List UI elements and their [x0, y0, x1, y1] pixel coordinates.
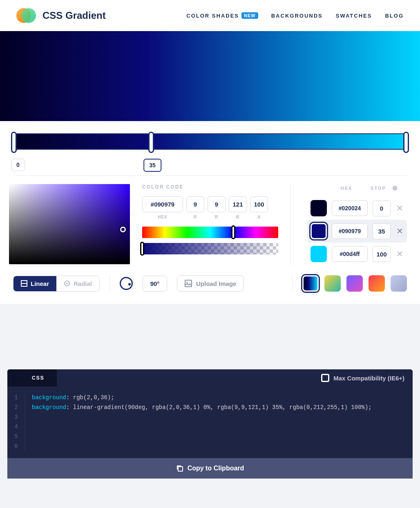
color-picker[interactable]: [9, 184, 130, 264]
logo-icon: [16, 7, 36, 24]
picker-handle[interactable]: [120, 227, 126, 232]
controls-row: Linear Radial Upload Image: [0, 265, 420, 292]
stop-row[interactable]: ✕: [307, 197, 407, 220]
preset-swatch[interactable]: [391, 275, 407, 292]
stop-pos-input[interactable]: [373, 246, 391, 262]
preset-swatch[interactable]: [369, 275, 385, 292]
alpha-handle[interactable]: [140, 242, 144, 256]
copy-icon: [176, 465, 183, 472]
slider-handle[interactable]: [148, 132, 154, 153]
slider-handle[interactable]: [403, 132, 409, 153]
new-badge: NEW: [241, 12, 258, 19]
slider-handle[interactable]: [11, 132, 17, 153]
stop-pos-input[interactable]: [373, 200, 391, 216]
svg-point-5: [187, 282, 188, 283]
max-compat-toggle[interactable]: Max Compatibility (IE6+): [321, 374, 413, 382]
css-tab[interactable]: CSS: [7, 369, 57, 387]
r-input[interactable]: [186, 196, 204, 212]
r-sublabel: R: [186, 215, 204, 219]
b-input[interactable]: [229, 196, 247, 212]
a-sublabel: A: [250, 215, 268, 219]
stop-hex-input[interactable]: [332, 223, 368, 239]
stops-hex-header: HEX: [328, 186, 364, 191]
stops-list: HEX STOP ⊕ ✕✕✕: [290, 184, 407, 265]
stop-pos-input[interactable]: [373, 223, 391, 239]
nav-link[interactable]: BLOG: [385, 13, 404, 19]
stop-swatch[interactable]: [311, 200, 327, 216]
a-input[interactable]: [250, 196, 268, 212]
nav-link[interactable]: COLOR SHADESNEW: [186, 12, 258, 19]
g-sublabel: R: [208, 215, 226, 219]
hex-input[interactable]: [142, 196, 183, 212]
hue-handle[interactable]: [231, 225, 235, 239]
line-numbers: 123456: [7, 393, 25, 452]
g-input[interactable]: [208, 196, 226, 212]
b-sublabel: B: [229, 215, 247, 219]
stop-row[interactable]: ✕: [307, 220, 407, 243]
presets: [302, 275, 407, 292]
stop-swatch[interactable]: [311, 246, 327, 262]
svg-rect-6: [178, 467, 183, 471]
remove-stop-icon[interactable]: ✕: [395, 249, 404, 259]
linear-icon: [21, 280, 27, 287]
checkbox-icon: [321, 374, 329, 382]
radial-icon: [64, 280, 70, 287]
svg-point-3: [66, 283, 68, 284]
copy-button[interactable]: Copy to Clipboard: [7, 458, 413, 479]
stop-hex-input[interactable]: [332, 200, 368, 216]
preset-swatch[interactable]: [302, 275, 319, 292]
angle-dial[interactable]: [120, 277, 133, 290]
hue-slider[interactable]: [142, 227, 278, 238]
stop-position-label[interactable]: 0: [11, 159, 25, 171]
gradient-preview: [0, 31, 420, 121]
radial-button[interactable]: Radial: [56, 276, 99, 291]
stops-stop-header: STOP: [369, 186, 387, 191]
code-content[interactable]: background: rgb(2,0,36);background: line…: [25, 393, 378, 452]
angle-input[interactable]: [143, 276, 167, 292]
alpha-slider[interactable]: [142, 243, 278, 254]
logo[interactable]: CSS Gradient: [16, 7, 106, 24]
type-toggle: Linear Radial: [13, 276, 100, 292]
stop-positions: 035: [13, 155, 407, 176]
remove-stop-icon[interactable]: ✕: [395, 203, 404, 213]
editor-panel: 035 COLOR CODE HEX R R B A: [0, 121, 420, 304]
preset-swatch[interactable]: [346, 275, 363, 292]
upload-image-button[interactable]: Upload Image: [177, 275, 244, 292]
nav: COLOR SHADESNEWBACKGROUNDSSWATCHESBLOG: [186, 12, 404, 19]
stop-hex-input[interactable]: [332, 246, 368, 262]
image-icon: [185, 280, 192, 287]
nav-link[interactable]: SWATCHES: [336, 13, 372, 19]
logo-text: CSS Gradient: [42, 10, 106, 21]
hex-sublabel: HEX: [142, 215, 183, 219]
remove-stop-icon[interactable]: ✕: [395, 226, 404, 236]
linear-button[interactable]: Linear: [13, 276, 56, 291]
gradient-slider[interactable]: [13, 133, 407, 150]
header: CSS Gradient COLOR SHADESNEWBACKGROUNDSS…: [0, 0, 420, 31]
nav-link[interactable]: BACKGROUNDS: [271, 13, 323, 19]
color-code-section: COLOR CODE HEX R R B A: [142, 184, 278, 265]
stop-position-label[interactable]: 35: [143, 159, 161, 172]
preset-swatch[interactable]: [324, 275, 341, 292]
stop-row[interactable]: ✕: [307, 243, 407, 265]
stop-swatch[interactable]: [311, 223, 327, 239]
color-code-label: COLOR CODE: [142, 184, 278, 190]
svg-rect-4: [185, 280, 192, 287]
add-stop-icon[interactable]: ⊕: [392, 184, 400, 192]
code-output: CSS Max Compatibility (IE6+) 123456 back…: [7, 369, 413, 479]
